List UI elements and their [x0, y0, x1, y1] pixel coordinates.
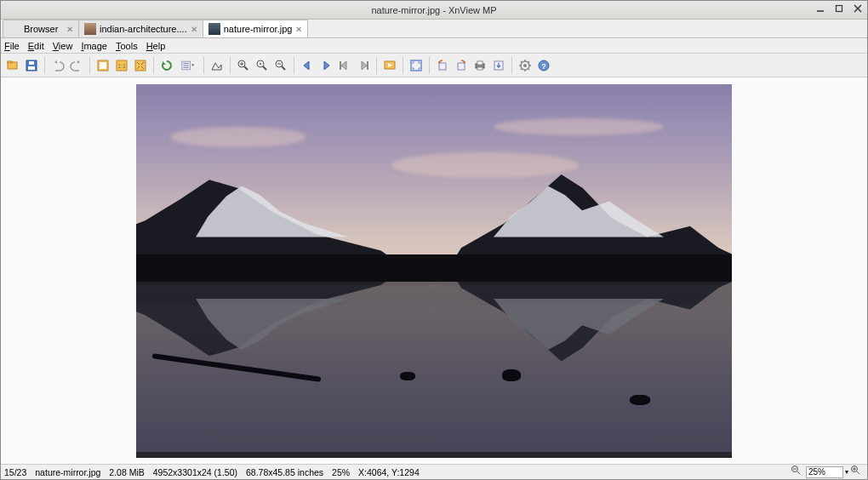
- menu-view[interactable]: View: [53, 41, 73, 51]
- menu-tools[interactable]: Tools: [116, 41, 138, 51]
- svg-line-23: [263, 66, 266, 70]
- svg-rect-32: [439, 63, 446, 70]
- svg-rect-7: [28, 66, 35, 70]
- svg-rect-13: [135, 60, 146, 71]
- rotate-right-icon[interactable]: [453, 57, 470, 74]
- levels-icon[interactable]: [208, 57, 226, 74]
- redo-icon[interactable]: [68, 57, 85, 74]
- statusbar: 15/23 nature-mirror.jpg 2.08 MiB 4952x33…: [1, 464, 867, 479]
- close-icon[interactable]: ✕: [191, 25, 197, 34]
- actual-size-icon[interactable]: 1:1: [113, 57, 130, 74]
- tab-nature-mirror[interactable]: nature-mirror.jpg ✕: [203, 20, 309, 37]
- export-icon[interactable]: [490, 57, 507, 74]
- properties-dropdown-icon[interactable]: [177, 57, 199, 74]
- close-icon[interactable]: ✕: [295, 25, 302, 34]
- image-icon: [84, 23, 96, 35]
- image-viewport[interactable]: [1, 77, 867, 464]
- prev-icon[interactable]: [299, 57, 316, 74]
- tab-label: nature-mirror.jpg: [224, 24, 293, 34]
- close-icon[interactable]: ✕: [66, 25, 73, 34]
- slideshow-icon[interactable]: [381, 57, 398, 74]
- status-index: 15/23: [4, 467, 26, 477]
- last-icon[interactable]: [355, 57, 372, 74]
- menu-file[interactable]: File: [4, 41, 20, 51]
- status-zoom: 25%: [332, 467, 350, 477]
- fullscreen-icon[interactable]: [408, 57, 425, 74]
- svg-rect-1: [837, 6, 842, 12]
- zoom-in-icon[interactable]: [235, 57, 252, 74]
- first-icon[interactable]: [336, 57, 353, 74]
- zoom-input[interactable]: [806, 466, 843, 478]
- menu-help[interactable]: Help: [146, 41, 166, 51]
- open-icon[interactable]: [4, 57, 21, 74]
- status-position: X:4064, Y:1294: [358, 467, 420, 477]
- menu-edit[interactable]: Edit: [28, 41, 44, 51]
- undo-icon[interactable]: [49, 57, 66, 74]
- svg-rect-35: [477, 61, 483, 65]
- dropdown-icon[interactable]: ▾: [845, 468, 848, 476]
- status-inches: 68.78x45.85 inches: [246, 467, 323, 477]
- svg-rect-10: [100, 62, 106, 69]
- settings-icon[interactable]: [517, 57, 534, 74]
- fit-image-icon[interactable]: [132, 57, 149, 74]
- titlebar: nature-mirror.jpg - XnView MP: [1, 1, 867, 20]
- save-icon[interactable]: [23, 57, 40, 74]
- close-button[interactable]: [852, 3, 864, 14]
- image-canvas: [136, 84, 732, 458]
- zoom-100-icon[interactable]: [254, 57, 271, 74]
- svg-rect-8: [29, 61, 34, 65]
- print-icon[interactable]: [471, 57, 488, 74]
- status-dimensions: 4952x3301x24 (1.50): [153, 467, 237, 477]
- svg-line-43: [797, 471, 800, 474]
- image-icon: [208, 23, 220, 35]
- rotate-left-icon[interactable]: [434, 57, 451, 74]
- zoom-out-icon[interactable]: [272, 57, 289, 74]
- folder-icon: [9, 23, 20, 35]
- tab-browser[interactable]: Browser ✕: [3, 20, 79, 37]
- menubar: File Edit View Image Tools Help: [1, 38, 867, 54]
- tab-bar: Browser ✕ indian-architecture.... ✕ natu…: [1, 20, 867, 38]
- maximize-button[interactable]: [833, 3, 845, 14]
- svg-text:?: ?: [541, 62, 546, 71]
- svg-point-24: [260, 63, 261, 65]
- tab-label: Browser: [24, 24, 58, 34]
- tab-label: indian-architecture....: [100, 24, 187, 34]
- menu-image[interactable]: Image: [81, 41, 107, 51]
- window-title: nature-mirror.jpg - XnView MP: [371, 5, 496, 15]
- svg-line-46: [857, 471, 859, 474]
- svg-rect-33: [458, 63, 465, 70]
- tab-indian-architecture[interactable]: indian-architecture.... ✕: [78, 20, 203, 37]
- svg-line-19: [244, 66, 248, 70]
- fit-window-icon[interactable]: [94, 57, 111, 74]
- minimize-button[interactable]: [814, 3, 826, 14]
- zoom-control: ▾: [791, 465, 864, 480]
- svg-rect-5: [8, 61, 12, 63]
- svg-text:1:1: 1:1: [117, 63, 126, 69]
- next-icon[interactable]: [317, 57, 334, 74]
- svg-point-39: [523, 64, 527, 67]
- refresh-icon[interactable]: [158, 57, 175, 74]
- status-size: 2.08 MiB: [109, 467, 144, 477]
- svg-rect-36: [477, 67, 483, 70]
- help-icon[interactable]: ?: [535, 57, 552, 74]
- zoom-out-icon[interactable]: [791, 465, 804, 480]
- svg-line-26: [282, 66, 285, 70]
- status-filename: nature-mirror.jpg: [35, 467, 100, 477]
- zoom-in-icon[interactable]: [850, 465, 864, 480]
- toolbar: 1:1?: [1, 54, 867, 77]
